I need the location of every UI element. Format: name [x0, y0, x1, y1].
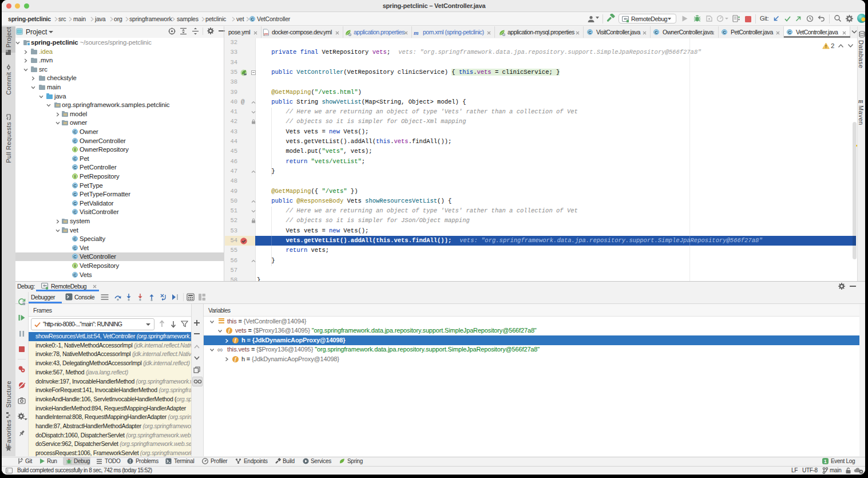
svg-text:ym: ym [264, 32, 268, 35]
